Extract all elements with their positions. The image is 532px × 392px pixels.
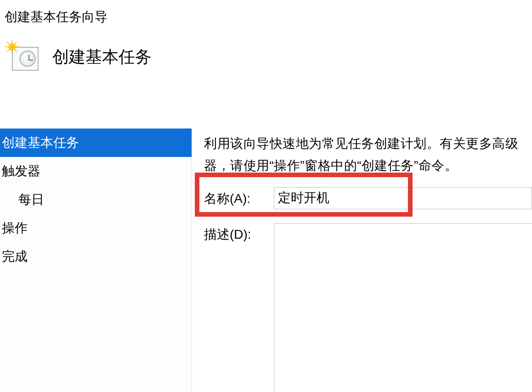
intro-line-2: 器，请使用“操作”窗格中的“创建任务”命令。 [204,154,532,176]
task-description-input[interactable] [274,223,532,392]
wizard-header: 创建基本任务 [0,26,532,71]
window-title: 创建基本任务向导 [0,0,532,26]
wizard-steps: 创建基本任务 触发器 每日 操作 完成 [0,129,192,392]
description-label: 描述(D): [204,223,274,243]
wizard-content: 利用该向导快速地为常见任务创建计划。有关更多高级 器，请使用“操作”窗格中的“创… [192,129,532,392]
page-title: 创建基本任务 [52,46,152,68]
step-daily[interactable]: 每日 [0,185,192,214]
step-create-basic-task[interactable]: 创建基本任务 [0,129,192,157]
step-trigger[interactable]: 触发器 [0,157,192,185]
step-action[interactable]: 操作 [0,214,192,242]
step-finish[interactable]: 完成 [0,242,192,271]
intro-text: 利用该向导快速地为常见任务创建计划。有关更多高级 器，请使用“操作”窗格中的“创… [204,133,532,176]
task-name-input[interactable] [274,187,532,209]
task-scheduler-icon [8,43,38,71]
name-label: 名称(A): [204,187,274,207]
intro-line-1: 利用该向导快速地为常见任务创建计划。有关更多高级 [204,133,532,154]
